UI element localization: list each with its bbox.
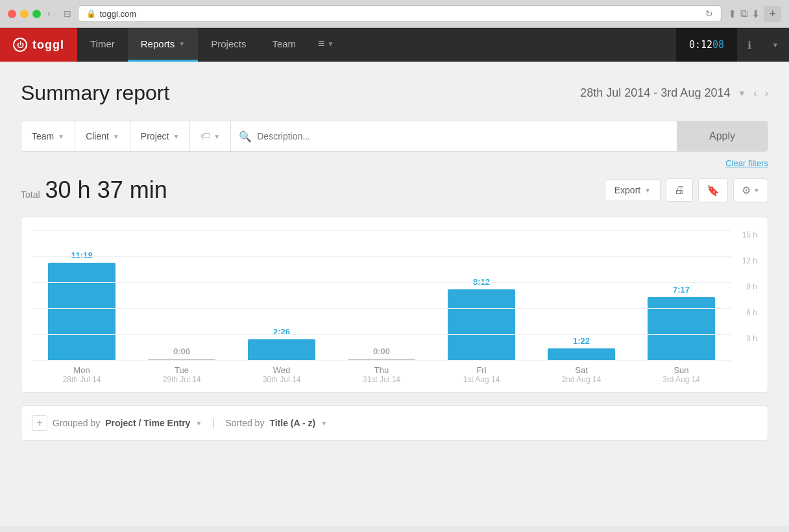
bar-fri-label: 8:12 — [473, 277, 490, 287]
settings-gear-icon: ⚙ — [742, 184, 751, 197]
tags-filter[interactable]: 🏷 ▼ — [190, 121, 231, 151]
chart-y-axis: 15 h 12 h 9 h 6 h 3 h — [733, 230, 757, 360]
y-label-3: 3 h — [733, 334, 757, 343]
bottom-grouping-bar: + Grouped by Project / Time Entry ▼ | So… — [21, 405, 768, 441]
new-tab-button[interactable]: + — [764, 6, 781, 22]
export-dropdown-arrow: ▼ — [644, 187, 651, 194]
divider: | — [212, 417, 215, 429]
forward-arrow[interactable]: › — [53, 8, 56, 19]
window-buttons — [8, 10, 41, 18]
bar-tue-rect — [148, 359, 216, 360]
sorted-dropdown-arrow: ▼ — [321, 420, 327, 427]
chart-inner: 11:18 0:00 2:26 0:00 — [32, 230, 757, 360]
bar-wed-label: 2:26 — [273, 327, 290, 337]
total-label: Total — [21, 189, 40, 200]
bar-fri[interactable]: 8:12 — [431, 230, 531, 360]
maximize-button[interactable] — [32, 10, 41, 18]
grouped-dropdown-arrow: ▼ — [195, 420, 202, 427]
y-label-15: 15 h — [733, 230, 757, 239]
bar-sun-label: 7:17 — [673, 285, 690, 295]
logo-power-icon: ⏻ — [13, 38, 27, 52]
chart-bars-area: 11:18 0:00 2:26 0:00 — [32, 230, 731, 360]
x-label-sun: Sun 3rd Aug 14 — [631, 365, 731, 384]
bar-sat[interactable]: 1:22 — [531, 230, 631, 360]
main-content: Summary report 28th Jul 2014 - 3rd Aug 2… — [0, 62, 789, 526]
share-button[interactable]: ⬆ — [728, 6, 736, 22]
refresh-button[interactable]: ↻ — [705, 8, 713, 19]
nav-user-area[interactable]: ▼ — [762, 28, 789, 62]
tags-icon: 🏷 — [200, 130, 211, 142]
filters-bar: Team ▼ Client ▼ Project ▼ 🏷 ▼ 🔍 Apply — [21, 121, 768, 152]
clear-filters-button[interactable]: Clear filters — [725, 158, 768, 168]
x-label-sat: Sat 2nd Aug 14 — [531, 365, 631, 384]
sorted-value[interactable]: Title (A - z) — [269, 418, 315, 428]
project-filter-arrow: ▼ — [173, 133, 179, 140]
grouped-value[interactable]: Project / Time Entry — [105, 418, 190, 428]
x-label-thu: Thu 31st Jul 14 — [332, 365, 431, 384]
bar-sat-rect — [548, 348, 616, 360]
team-filter[interactable]: Team ▼ — [21, 121, 75, 151]
bar-tue-label: 0:00 — [173, 346, 190, 356]
nav-projects[interactable]: Projects — [198, 28, 259, 62]
download-button[interactable]: ⬇ — [751, 6, 760, 22]
nav-menu[interactable]: ≡ ▼ — [309, 28, 343, 62]
nav-reports[interactable]: Reports ▼ — [128, 28, 198, 62]
add-grouping-button[interactable]: + — [32, 415, 47, 431]
bar-tue[interactable]: 0:00 — [132, 230, 232, 360]
bar-wed-rect — [248, 339, 316, 360]
browser-chrome: ‹ › ⊟ 🔒 toggl.com ↻ ⬆ ⧉ ⬇ + — [0, 0, 789, 28]
nav-timer-display: 0:12 08 — [676, 28, 737, 62]
chart-x-axis: Mon 28th Jul 14 Tue 29th Jul 14 Wed 30th… — [32, 360, 731, 392]
bar-mon[interactable]: 11:18 — [32, 230, 132, 360]
lock-icon: 🔒 — [86, 9, 96, 18]
y-label-9: 9 h — [733, 282, 757, 291]
client-filter-arrow: ▼ — [113, 133, 119, 140]
tags-filter-arrow: ▼ — [213, 133, 220, 140]
bookmark-button[interactable]: 🔖 — [698, 178, 728, 202]
nav-logo[interactable]: ⏻ toggl — [0, 28, 77, 62]
date-prev-button[interactable]: ‹ — [753, 88, 757, 99]
bar-wed[interactable]: 2:26 — [232, 230, 332, 360]
url-bar[interactable]: 🔒 toggl.com ↻ — [78, 5, 722, 22]
nav-team[interactable]: Team — [259, 28, 309, 62]
apply-button[interactable]: Apply — [677, 121, 768, 151]
client-filter[interactable]: Client ▼ — [75, 121, 130, 151]
bar-fri-rect — [448, 289, 516, 360]
total-left: Total 30 h 37 min — [21, 176, 167, 204]
total-actions: Export ▼ 🖨 🔖 ⚙ ▼ — [605, 178, 768, 202]
reports-dropdown-arrow: ▼ — [178, 40, 185, 47]
app-nav: ⏻ toggl Timer Reports ▼ Projects Team ≡ … — [0, 28, 789, 62]
bar-mon-rect — [48, 263, 116, 360]
team-filter-arrow: ▼ — [58, 133, 64, 140]
info-button[interactable]: ℹ — [737, 28, 762, 62]
tab-button[interactable]: ⧉ — [740, 6, 747, 22]
x-label-wed: Wed 30th Jul 14 — [232, 365, 332, 384]
chart-container: 11:18 0:00 2:26 0:00 — [21, 217, 768, 393]
nav-timer[interactable]: Timer — [77, 28, 128, 62]
menu-dropdown-arrow: ▼ — [328, 40, 334, 47]
date-range-text: 28th Jul 2014 - 3rd Aug 2014 — [580, 86, 730, 100]
search-filter[interactable]: 🔍 — [231, 121, 677, 151]
window-view-button[interactable]: ⊟ — [64, 8, 71, 19]
export-button[interactable]: Export ▼ — [605, 179, 661, 201]
grouped-prefix: Grouped by — [53, 418, 100, 428]
minimize-button[interactable] — [20, 10, 29, 18]
bar-sun[interactable]: 7:17 — [631, 230, 731, 360]
bar-thu[interactable]: 0:00 — [332, 230, 431, 360]
date-next-button[interactable]: › — [765, 88, 768, 99]
print-button[interactable]: 🖨 — [666, 178, 693, 202]
bar-thu-rect — [348, 359, 416, 360]
date-range-area: 28th Jul 2014 - 3rd Aug 2014 ▼ ‹ › — [580, 86, 768, 100]
report-header: Summary report 28th Jul 2014 - 3rd Aug 2… — [21, 81, 768, 105]
close-button[interactable] — [8, 10, 16, 18]
report-title: Summary report — [21, 81, 169, 105]
back-arrow[interactable]: ‹ — [47, 8, 51, 19]
total-row: Total 30 h 37 min Export ▼ 🖨 🔖 ⚙ ▼ — [21, 176, 768, 204]
date-range-dropdown-icon: ▼ — [738, 89, 746, 98]
x-label-fri: Fri 1st Aug 14 — [431, 365, 531, 384]
search-input[interactable] — [257, 131, 669, 141]
total-value: 30 h 37 min — [45, 176, 167, 204]
project-filter[interactable]: Project ▼ — [130, 121, 190, 151]
settings-button[interactable]: ⚙ ▼ — [733, 178, 768, 202]
bar-mon-label: 11:18 — [71, 250, 92, 260]
